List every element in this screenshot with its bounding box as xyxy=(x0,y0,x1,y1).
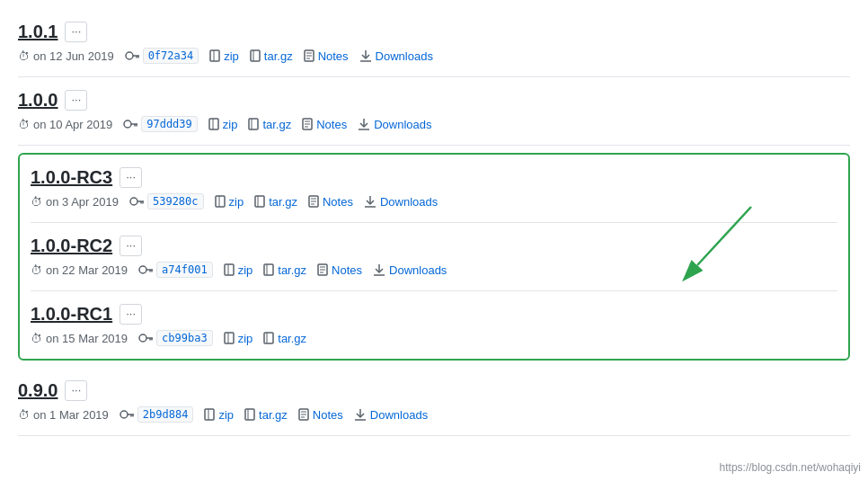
svg-point-14 xyxy=(124,120,131,128)
release-date: on 22 Mar 2019 xyxy=(46,263,128,277)
svg-point-56 xyxy=(139,334,146,342)
tar-item: tar.gz xyxy=(250,49,293,63)
release-date-item: on 12 Jun 2019 xyxy=(18,49,114,63)
release-date: on 3 Apr 2019 xyxy=(46,195,119,209)
clock-icon xyxy=(18,408,30,422)
release-date-item: on 10 Apr 2019 xyxy=(18,118,112,131)
release-version[interactable]: 1.0.0-RC2 xyxy=(31,236,112,256)
svg-rect-68 xyxy=(205,409,214,420)
commit-hash-link[interactable]: 0f72a34 xyxy=(143,48,199,64)
release-date: on 1 Mar 2019 xyxy=(33,408,109,422)
commit-hash-link[interactable]: 97ddd39 xyxy=(141,116,198,132)
svg-rect-70 xyxy=(245,409,254,420)
notes-link[interactable]: Notes xyxy=(318,49,349,63)
release-version[interactable]: 1.0.1 xyxy=(18,22,58,42)
clock-icon xyxy=(18,49,30,63)
commit-hash-link[interactable]: 2b9d884 xyxy=(137,406,194,423)
notes-icon xyxy=(298,408,309,421)
commit-hash-link[interactable]: cb99ba3 xyxy=(156,330,213,346)
downloads-item: Downloads xyxy=(364,195,438,209)
downloads-link[interactable]: Downloads xyxy=(370,408,428,422)
tar-link[interactable]: tar.gz xyxy=(278,263,306,277)
clock-icon xyxy=(18,118,30,131)
release-title-line: 1.0.0-RC2··· xyxy=(31,236,837,256)
notes-icon xyxy=(308,195,319,208)
zip-link[interactable]: zip xyxy=(224,49,239,63)
downloads-item: Downloads xyxy=(354,408,428,422)
tar-link[interactable]: tar.gz xyxy=(262,118,291,131)
grouped-releases-box: 1.0.0-RC3···on 3 Apr 2019 539280c zip ta… xyxy=(18,153,850,361)
release-date: on 12 Jun 2019 xyxy=(33,49,114,63)
release-options-button[interactable]: ··· xyxy=(120,236,142,255)
commit-hash-item: 0f72a34 xyxy=(125,48,199,64)
release-row: 1.0.1···on 12 Jun 2019 0f72a34 zip tar.g… xyxy=(18,9,850,77)
zip-item: zip xyxy=(224,263,253,277)
tar-link[interactable]: tar.gz xyxy=(259,408,288,422)
notes-link[interactable]: Notes xyxy=(332,263,362,277)
notes-item: Notes xyxy=(298,408,343,422)
notes-icon xyxy=(302,118,313,130)
zip-link[interactable]: zip xyxy=(218,408,234,422)
release-meta: on 3 Apr 2019 539280c zip tar.gz Note xyxy=(31,193,837,209)
release-date: on 15 Mar 2019 xyxy=(46,332,128,345)
release-date-item: on 1 Mar 2019 xyxy=(18,408,109,422)
release-title-line: 1.0.0··· xyxy=(18,90,850,111)
zip-link[interactable]: zip xyxy=(229,195,244,209)
commit-hash-link[interactable]: 539280c xyxy=(147,193,204,209)
tar-item: tar.gz xyxy=(248,118,291,131)
release-options-button[interactable]: ··· xyxy=(65,22,87,41)
notes-icon xyxy=(304,49,314,62)
tar-icon xyxy=(263,332,274,344)
key-icon xyxy=(125,51,139,60)
zip-icon xyxy=(209,49,220,62)
release-row: 1.0.0-RC3···on 3 Apr 2019 539280c zip ta… xyxy=(31,155,837,223)
clock-icon xyxy=(31,195,42,209)
release-version[interactable]: 1.0.0 xyxy=(18,90,58,111)
svg-rect-34 xyxy=(255,196,264,207)
tar-link[interactable]: tar.gz xyxy=(264,49,293,63)
zip-link[interactable]: zip xyxy=(238,263,253,277)
release-date: on 10 Apr 2019 xyxy=(33,118,112,131)
release-version[interactable]: 1.0.0-RC3 xyxy=(31,167,112,188)
release-date-item: on 15 Mar 2019 xyxy=(31,332,128,345)
downloads-link[interactable]: Downloads xyxy=(374,118,431,131)
notes-item: Notes xyxy=(308,195,353,209)
svg-rect-46 xyxy=(225,264,234,275)
download-icon xyxy=(354,408,367,421)
notes-link[interactable]: Notes xyxy=(313,408,343,422)
svg-rect-32 xyxy=(216,196,225,207)
tar-icon xyxy=(254,195,265,208)
tar-item: tar.gz xyxy=(254,195,297,209)
notes-icon xyxy=(317,263,328,276)
tar-icon xyxy=(248,118,259,130)
commit-hash-link[interactable]: a74f001 xyxy=(156,262,213,278)
release-version[interactable]: 1.0.0-RC1 xyxy=(31,304,112,325)
zip-link[interactable]: zip xyxy=(223,118,238,131)
release-date-item: on 22 Mar 2019 xyxy=(31,263,128,277)
zip-link[interactable]: zip xyxy=(238,332,253,345)
downloads-item: Downloads xyxy=(373,263,447,277)
release-version[interactable]: 0.9.0 xyxy=(18,380,58,401)
notes-item: Notes xyxy=(304,49,349,63)
tar-item: tar.gz xyxy=(244,408,288,422)
tar-link[interactable]: tar.gz xyxy=(278,332,306,345)
downloads-item: Downloads xyxy=(359,49,433,63)
notes-link[interactable]: Notes xyxy=(323,195,353,209)
release-row: 1.0.0-RC1···on 15 Mar 2019 cb99ba3 zip t… xyxy=(31,291,837,359)
release-meta: on 15 Mar 2019 cb99ba3 zip tar.gz xyxy=(31,330,837,346)
downloads-link[interactable]: Downloads xyxy=(376,49,433,63)
tar-link[interactable]: tar.gz xyxy=(269,195,297,209)
release-options-button[interactable]: ··· xyxy=(65,380,87,400)
svg-point-28 xyxy=(130,198,137,205)
zip-item: zip xyxy=(215,195,244,209)
release-options-button[interactable]: ··· xyxy=(120,304,142,324)
zip-item: zip xyxy=(209,49,239,63)
zip-icon xyxy=(224,332,235,344)
tar-icon xyxy=(263,263,274,276)
notes-link[interactable]: Notes xyxy=(316,118,347,131)
downloads-link[interactable]: Downloads xyxy=(389,263,447,277)
release-options-button[interactable]: ··· xyxy=(120,167,142,187)
downloads-item: Downloads xyxy=(358,118,431,131)
downloads-link[interactable]: Downloads xyxy=(380,195,438,209)
release-options-button[interactable]: ··· xyxy=(65,90,87,110)
